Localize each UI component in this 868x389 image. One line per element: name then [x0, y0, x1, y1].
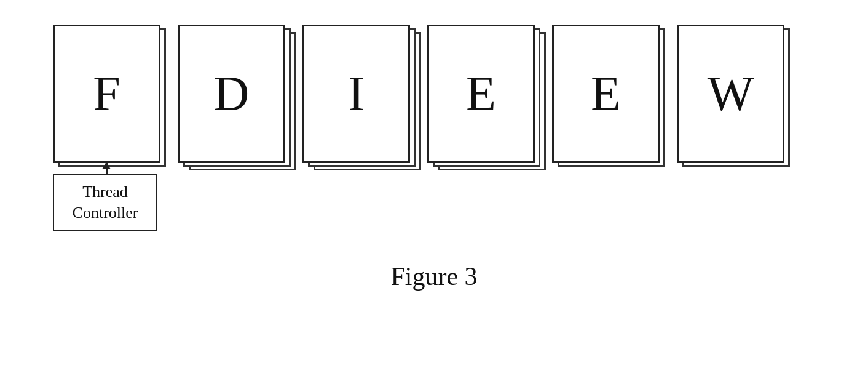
card-main-F: F [53, 25, 160, 163]
card-main-W: W [677, 25, 784, 163]
card-main-E2: E [552, 25, 660, 163]
figure-caption: Figure 3 [34, 262, 834, 291]
card-letter-W: W [708, 66, 754, 122]
card-letter-E2: E [591, 66, 621, 122]
card-letter-I: I [348, 66, 365, 122]
cards-row: F D I E [53, 25, 784, 163]
card-unit-F: F [53, 25, 160, 163]
controller-area: ThreadController [53, 174, 157, 231]
card-main-I: I [302, 25, 410, 163]
controller-box: ThreadController [53, 174, 157, 231]
card-unit-E2: E [552, 25, 660, 163]
card-unit-E1: E [427, 25, 535, 163]
card-letter-D: D [214, 66, 250, 122]
card-letter-F: F [93, 66, 120, 122]
card-unit-D: D [178, 25, 285, 163]
card-main-E1: E [427, 25, 535, 163]
card-unit-W: W [677, 25, 784, 163]
diagram-area: F D I E [53, 25, 852, 231]
card-main-D: D [178, 25, 285, 163]
card-unit-I: I [302, 25, 410, 163]
controller-label: ThreadController [73, 182, 138, 223]
card-letter-E1: E [466, 66, 496, 122]
